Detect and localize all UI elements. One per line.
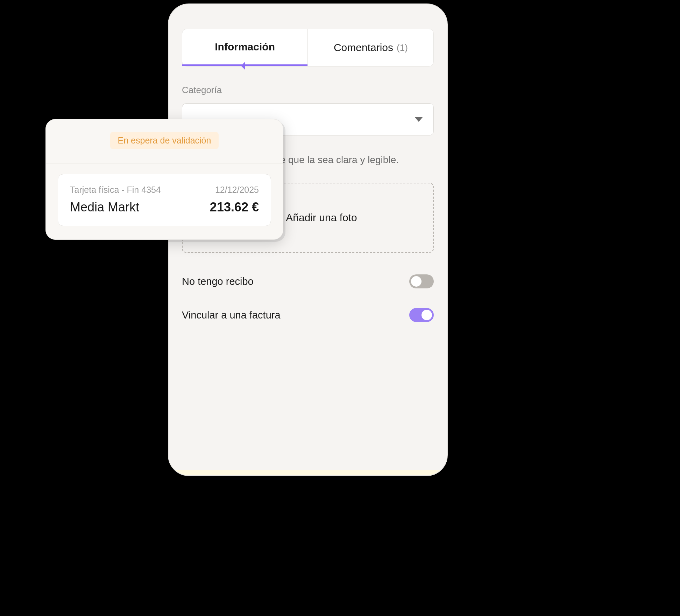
tab-info[interactable]: Información: [182, 29, 307, 66]
card-info: Tarjeta física - Fin 4354: [70, 185, 161, 195]
toggle-knob: [422, 310, 432, 320]
transaction-inner[interactable]: Tarjeta física - Fin 4354 12/12/2025 Med…: [58, 174, 271, 226]
tab-comments-label: Comentarios: [334, 42, 393, 54]
tab-info-label: Información: [215, 41, 275, 53]
link-invoice-toggle[interactable]: [409, 308, 434, 322]
transaction-date: 12/12/2025: [215, 185, 259, 195]
no-receipt-row: No tengo recibo: [182, 274, 434, 288]
transaction-amount: 213.62 €: [210, 200, 259, 215]
transaction-meta-row: Tarjeta física - Fin 4354 12/12/2025: [70, 185, 259, 195]
tab-comments[interactable]: Comentarios (1): [308, 29, 433, 66]
link-invoice-label: Vincular a una factura: [182, 309, 281, 321]
transaction-card: En espera de validación Tarjeta física -…: [45, 119, 283, 240]
status-badge: En espera de validación: [110, 132, 219, 149]
no-receipt-toggle[interactable]: [409, 274, 434, 288]
link-invoice-row: Vincular a una factura: [182, 308, 434, 322]
transaction-card-body: Tarjeta física - Fin 4354 12/12/2025 Med…: [46, 163, 283, 239]
category-label: Categoría: [182, 85, 434, 96]
bottom-accent-bar: [169, 470, 447, 475]
transaction-card-header: En espera de validación: [46, 119, 283, 163]
tab-bar: Información Comentarios (1): [182, 29, 434, 66]
chevron-down-icon: [415, 117, 423, 122]
merchant-name: Media Markt: [70, 200, 139, 215]
toggle-knob: [411, 276, 422, 287]
phone-frame: Información Comentarios (1) Categoría de…: [168, 4, 448, 476]
transaction-main-row: Media Markt 213.62 €: [70, 200, 259, 215]
add-photo-label: Añadir una foto: [286, 212, 357, 224]
tab-comments-count: (1): [397, 42, 408, 53]
no-receipt-label: No tengo recibo: [182, 276, 254, 287]
